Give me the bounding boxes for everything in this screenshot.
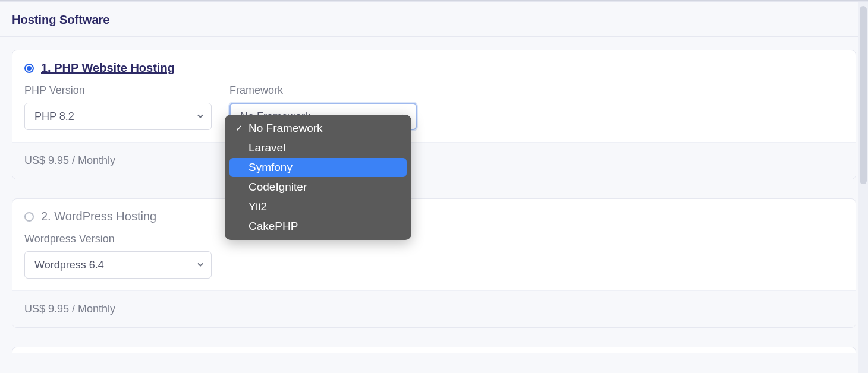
content-area: 1. PHP Website Hosting PHP Version PHP 8… xyxy=(0,37,868,353)
option-card-php: 1. PHP Website Hosting PHP Version PHP 8… xyxy=(12,50,856,179)
option-radio-row[interactable]: 2. WordPress Hosting xyxy=(24,210,844,223)
field-wordpress-version: Wordpress Version Wordpress 6.4 xyxy=(24,233,212,279)
option-card-next xyxy=(12,347,856,353)
scrollbar-track[interactable] xyxy=(858,2,868,373)
dropdown-item-no-framework[interactable]: ✓ No Framework xyxy=(229,119,407,138)
dropdown-item-label: CodeIgniter xyxy=(249,181,307,194)
field-php-version: PHP Version PHP 8.2 xyxy=(24,84,212,130)
php-version-select[interactable]: PHP 8.2 xyxy=(24,103,212,130)
option-radio-row[interactable]: 1. PHP Website Hosting xyxy=(24,61,844,75)
option-title[interactable]: 1. PHP Website Hosting xyxy=(41,61,175,75)
option-title[interactable]: 2. WordPress Hosting xyxy=(41,210,156,223)
option-card-wordpress: 2. WordPress Hosting Wordpress Version W… xyxy=(12,198,856,328)
dropdown-item-label: Laravel xyxy=(249,141,285,154)
chevron-down-icon xyxy=(197,110,204,123)
field-label: PHP Version xyxy=(24,84,212,97)
section-title: Hosting Software xyxy=(12,13,856,27)
price-bar: US$ 9.95 / Monthly xyxy=(12,290,856,327)
section-header: Hosting Software xyxy=(0,2,868,37)
check-icon: ✓ xyxy=(234,123,244,134)
price-text: US$ 9.95 / Monthly xyxy=(24,154,115,166)
dropdown-item-label: Yii2 xyxy=(249,200,267,213)
price-text: US$ 9.95 / Monthly xyxy=(24,303,115,315)
dropdown-item-label: No Framework xyxy=(249,122,323,135)
dropdown-item-yii2[interactable]: Yii2 xyxy=(229,197,407,216)
framework-dropdown[interactable]: ✓ No Framework Laravel Symfony CodeIgnit… xyxy=(225,115,411,240)
dropdown-item-codeigniter[interactable]: CodeIgniter xyxy=(229,178,407,197)
dropdown-item-symfony[interactable]: Symfony xyxy=(229,158,407,177)
price-bar: US$ 9.95 / Monthly xyxy=(12,142,856,179)
scrollbar-thumb[interactable] xyxy=(860,6,867,184)
dropdown-item-label: CakePHP xyxy=(249,220,298,233)
select-value: Wordpress 6.4 xyxy=(34,259,104,271)
select-value: PHP 8.2 xyxy=(34,110,74,123)
field-label: Framework xyxy=(229,84,417,97)
wordpress-version-select[interactable]: Wordpress 6.4 xyxy=(24,251,212,279)
dropdown-item-label: Symfony xyxy=(249,161,293,174)
option-card-body: 2. WordPress Hosting Wordpress Version W… xyxy=(12,199,856,290)
dropdown-item-laravel[interactable]: Laravel xyxy=(229,138,407,157)
option-fields: Wordpress Version Wordpress 6.4 xyxy=(24,233,844,279)
option-fields: PHP Version PHP 8.2 Framework No Framewo… xyxy=(24,84,844,130)
radio-unselected-icon[interactable] xyxy=(24,212,34,222)
radio-selected-icon[interactable] xyxy=(24,64,34,73)
dropdown-item-cakephp[interactable]: CakePHP xyxy=(229,217,407,236)
option-card-body: 1. PHP Website Hosting PHP Version PHP 8… xyxy=(12,50,856,142)
chevron-down-icon xyxy=(197,259,204,271)
field-label: Wordpress Version xyxy=(24,233,212,245)
